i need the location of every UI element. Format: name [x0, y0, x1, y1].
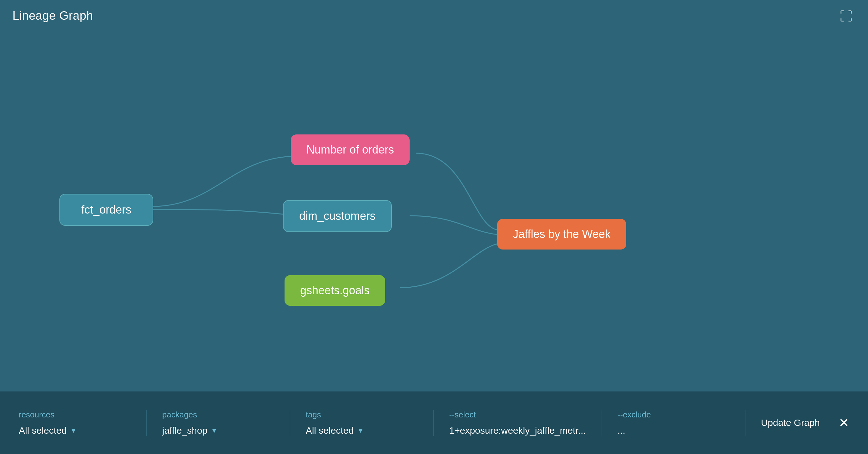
resources-group: resources All selected ▾: [19, 410, 147, 436]
toolbar: resources All selected ▾ packages jaffle…: [0, 391, 868, 454]
tags-value: All selected: [306, 425, 354, 436]
tags-chevron-icon[interactable]: ▾: [359, 426, 362, 435]
node-label: Number of orders: [306, 143, 394, 156]
resources-chevron-icon[interactable]: ▾: [72, 426, 75, 435]
select-value-row: 1+exposure:weekly_jaffle_metr...: [449, 425, 586, 436]
node-jaffles-by-week[interactable]: Jaffles by the Week: [497, 219, 626, 249]
select-value: 1+exposure:weekly_jaffle_metr...: [449, 425, 586, 436]
node-label: Jaffles by the Week: [513, 228, 611, 241]
tags-value-row[interactable]: All selected ▾: [306, 425, 418, 436]
graph-area: fct_orders Number of orders dim_customer…: [0, 0, 868, 391]
node-dim-customers[interactable]: dim_customers: [283, 200, 392, 232]
exclude-value-row: ...: [618, 425, 730, 436]
node-label: gsheets.goals: [300, 284, 370, 297]
exclude-value: ...: [618, 425, 625, 436]
packages-label: packages: [162, 410, 274, 420]
close-icon[interactable]: ✕: [839, 416, 849, 430]
packages-chevron-icon[interactable]: ▾: [212, 426, 216, 435]
packages-group: packages jaffle_shop ▾: [162, 410, 290, 436]
node-gsheets-goals[interactable]: gsheets.goals: [284, 275, 385, 306]
node-label: fct_orders: [81, 203, 131, 216]
tags-group: tags All selected ▾: [306, 410, 434, 436]
node-fct-orders[interactable]: fct_orders: [59, 194, 153, 226]
resources-value: All selected: [19, 425, 67, 436]
resources-value-row[interactable]: All selected ▾: [19, 425, 131, 436]
node-label: dim_customers: [299, 210, 375, 223]
packages-value-row[interactable]: jaffle_shop ▾: [162, 425, 274, 436]
select-group: --select 1+exposure:weekly_jaffle_metr..…: [449, 410, 602, 436]
resources-label: resources: [19, 410, 131, 420]
packages-value: jaffle_shop: [162, 425, 208, 436]
exclude-label: --exclude: [618, 410, 730, 420]
tags-label: tags: [306, 410, 418, 420]
node-number-of-orders[interactable]: Number of orders: [291, 134, 410, 165]
update-graph-button[interactable]: Update Graph: [761, 417, 839, 428]
exclude-group: --exclude ...: [618, 410, 745, 436]
select-label: --select: [449, 410, 586, 420]
